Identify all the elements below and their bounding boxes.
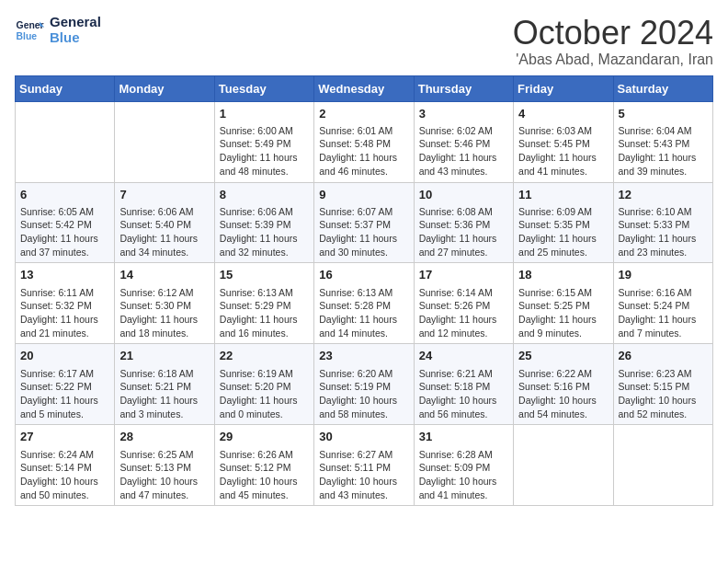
day-info: Sunrise: 6:13 AMSunset: 5:28 PMDaylight:…: [319, 286, 408, 340]
calendar-cell: 3Sunrise: 6:02 AMSunset: 5:46 PMDaylight…: [414, 101, 513, 182]
logo-icon: General Blue: [15, 16, 44, 45]
day-info: Sunrise: 6:21 AMSunset: 5:18 PMDaylight:…: [419, 367, 508, 421]
day-number: 17: [419, 267, 508, 283]
calendar-cell: 18Sunrise: 6:15 AMSunset: 5:25 PMDayligh…: [514, 263, 613, 344]
day-info: Sunrise: 6:18 AMSunset: 5:21 PMDaylight:…: [119, 367, 209, 421]
day-number: 22: [220, 348, 309, 364]
calendar-cell: 14Sunrise: 6:12 AMSunset: 5:30 PMDayligh…: [115, 263, 214, 344]
header-sunday: Sunday: [16, 75, 115, 101]
calendar-week-4: 20Sunrise: 6:17 AMSunset: 5:22 PMDayligh…: [16, 344, 713, 425]
day-number: 29: [220, 429, 309, 445]
day-number: 13: [20, 267, 109, 283]
day-number: 20: [20, 348, 109, 364]
logo-text-general: General: [50, 15, 101, 30]
day-number: 4: [518, 106, 608, 122]
calendar-cell: 8Sunrise: 6:06 AMSunset: 5:39 PMDaylight…: [214, 182, 313, 263]
calendar-cell: 11Sunrise: 6:09 AMSunset: 5:35 PMDayligh…: [514, 182, 613, 263]
calendar-cell: [16, 101, 115, 182]
day-info: Sunrise: 6:06 AMSunset: 5:39 PMDaylight:…: [220, 205, 309, 259]
calendar-cell: 13Sunrise: 6:11 AMSunset: 5:32 PMDayligh…: [16, 263, 115, 344]
day-number: 12: [619, 187, 708, 203]
calendar-cell: 21Sunrise: 6:18 AMSunset: 5:21 PMDayligh…: [115, 344, 214, 425]
day-number: 19: [619, 267, 708, 283]
svg-text:Blue: Blue: [17, 30, 38, 40]
calendar-week-3: 13Sunrise: 6:11 AMSunset: 5:32 PMDayligh…: [16, 263, 713, 344]
day-info: Sunrise: 6:16 AMSunset: 5:24 PMDaylight:…: [619, 286, 708, 340]
day-number: 5: [619, 106, 708, 122]
calendar-cell: 27Sunrise: 6:24 AMSunset: 5:14 PMDayligh…: [16, 425, 115, 506]
day-number: 16: [319, 267, 408, 283]
day-number: 26: [619, 348, 708, 364]
calendar-cell: 19Sunrise: 6:16 AMSunset: 5:24 PMDayligh…: [613, 263, 712, 344]
day-number: 7: [119, 187, 209, 203]
title-block: October 2024 'Abas Abad, Mazandaran, Ira…: [513, 15, 713, 68]
calendar-cell: 5Sunrise: 6:04 AMSunset: 5:43 PMDaylight…: [613, 101, 712, 182]
month-title: October 2024: [513, 15, 713, 52]
day-number: 24: [419, 348, 508, 364]
day-info: Sunrise: 6:04 AMSunset: 5:43 PMDaylight:…: [619, 124, 708, 178]
day-number: 27: [20, 429, 109, 445]
day-number: 3: [419, 106, 508, 122]
day-info: Sunrise: 6:09 AMSunset: 5:35 PMDaylight:…: [518, 205, 608, 259]
calendar-cell: [514, 425, 613, 506]
calendar-cell: 25Sunrise: 6:22 AMSunset: 5:16 PMDayligh…: [514, 344, 613, 425]
calendar-cell: 10Sunrise: 6:08 AMSunset: 5:36 PMDayligh…: [414, 182, 513, 263]
calendar-cell: 30Sunrise: 6:27 AMSunset: 5:11 PMDayligh…: [314, 425, 414, 506]
calendar-cell: [613, 425, 712, 506]
day-number: 14: [119, 267, 209, 283]
logo: General Blue General Blue General Blue: [15, 15, 101, 45]
weekday-header-row: Sunday Monday Tuesday Wednesday Thursday…: [16, 75, 713, 101]
day-info: Sunrise: 6:17 AMSunset: 5:22 PMDaylight:…: [20, 367, 109, 421]
header-thursday: Thursday: [414, 75, 513, 101]
day-number: 28: [119, 429, 209, 445]
day-info: Sunrise: 6:02 AMSunset: 5:46 PMDaylight:…: [419, 124, 508, 178]
day-number: 11: [518, 187, 608, 203]
day-number: 10: [419, 187, 508, 203]
page-header: General Blue General Blue General Blue O…: [15, 15, 713, 68]
calendar-cell: 22Sunrise: 6:19 AMSunset: 5:20 PMDayligh…: [214, 344, 313, 425]
calendar-cell: 1Sunrise: 6:00 AMSunset: 5:49 PMDaylight…: [214, 101, 313, 182]
day-info: Sunrise: 6:15 AMSunset: 5:25 PMDaylight:…: [518, 286, 608, 340]
day-info: Sunrise: 6:26 AMSunset: 5:12 PMDaylight:…: [220, 448, 309, 502]
day-info: Sunrise: 6:07 AMSunset: 5:37 PMDaylight:…: [319, 205, 408, 259]
day-info: Sunrise: 6:22 AMSunset: 5:16 PMDaylight:…: [518, 367, 608, 421]
calendar-cell: 6Sunrise: 6:05 AMSunset: 5:42 PMDaylight…: [16, 182, 115, 263]
calendar-week-5: 27Sunrise: 6:24 AMSunset: 5:14 PMDayligh…: [16, 425, 713, 506]
header-wednesday: Wednesday: [314, 75, 414, 101]
day-info: Sunrise: 6:25 AMSunset: 5:13 PMDaylight:…: [119, 448, 209, 502]
day-info: Sunrise: 6:08 AMSunset: 5:36 PMDaylight:…: [419, 205, 508, 259]
day-number: 21: [119, 348, 209, 364]
day-number: 9: [319, 187, 408, 203]
day-number: 15: [220, 267, 309, 283]
day-info: Sunrise: 6:27 AMSunset: 5:11 PMDaylight:…: [319, 448, 408, 502]
calendar-week-2: 6Sunrise: 6:05 AMSunset: 5:42 PMDaylight…: [16, 182, 713, 263]
header-monday: Monday: [115, 75, 214, 101]
calendar-cell: 31Sunrise: 6:28 AMSunset: 5:09 PMDayligh…: [414, 425, 513, 506]
calendar-table: Sunday Monday Tuesday Wednesday Thursday…: [15, 75, 713, 507]
day-info: Sunrise: 6:06 AMSunset: 5:40 PMDaylight:…: [119, 205, 209, 259]
calendar-week-1: 1Sunrise: 6:00 AMSunset: 5:49 PMDaylight…: [16, 101, 713, 182]
calendar-cell: 28Sunrise: 6:25 AMSunset: 5:13 PMDayligh…: [115, 425, 214, 506]
calendar-cell: 2Sunrise: 6:01 AMSunset: 5:48 PMDaylight…: [314, 101, 414, 182]
header-friday: Friday: [514, 75, 613, 101]
calendar-cell: 7Sunrise: 6:06 AMSunset: 5:40 PMDaylight…: [115, 182, 214, 263]
day-info: Sunrise: 6:24 AMSunset: 5:14 PMDaylight:…: [20, 448, 109, 502]
day-number: 8: [220, 187, 309, 203]
calendar-cell: 15Sunrise: 6:13 AMSunset: 5:29 PMDayligh…: [214, 263, 313, 344]
day-info: Sunrise: 6:00 AMSunset: 5:49 PMDaylight:…: [220, 124, 309, 178]
calendar-cell: 9Sunrise: 6:07 AMSunset: 5:37 PMDaylight…: [314, 182, 414, 263]
header-tuesday: Tuesday: [214, 75, 313, 101]
day-number: 18: [518, 267, 608, 283]
day-info: Sunrise: 6:19 AMSunset: 5:20 PMDaylight:…: [220, 367, 309, 421]
day-info: Sunrise: 6:05 AMSunset: 5:42 PMDaylight:…: [20, 205, 109, 259]
day-number: 30: [319, 429, 408, 445]
calendar-cell: 12Sunrise: 6:10 AMSunset: 5:33 PMDayligh…: [613, 182, 712, 263]
day-info: Sunrise: 6:28 AMSunset: 5:09 PMDaylight:…: [419, 448, 508, 502]
day-info: Sunrise: 6:23 AMSunset: 5:15 PMDaylight:…: [619, 367, 708, 421]
calendar-cell: 24Sunrise: 6:21 AMSunset: 5:18 PMDayligh…: [414, 344, 513, 425]
day-number: 2: [319, 106, 408, 122]
calendar-cell: 16Sunrise: 6:13 AMSunset: 5:28 PMDayligh…: [314, 263, 414, 344]
calendar-cell: 4Sunrise: 6:03 AMSunset: 5:45 PMDaylight…: [514, 101, 613, 182]
calendar-cell: [115, 101, 214, 182]
day-number: 31: [419, 429, 508, 445]
